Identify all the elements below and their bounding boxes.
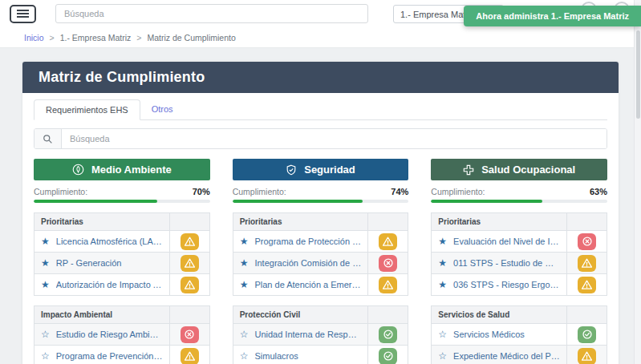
requirement-link[interactable]: Estudio de Riesgo Ambiental [56, 330, 163, 339]
requirement-row: ★RP - Generación [34, 252, 209, 273]
requirement-link[interactable]: Unidad Interna de Respuesta Inmediata [254, 330, 361, 339]
status-cell [367, 346, 408, 364]
requirement-row: ★Autorización de Impacto Ambiental [34, 273, 209, 295]
requirement-link[interactable]: Servicios Médicos [453, 330, 525, 339]
status-ok-icon[interactable] [379, 348, 397, 364]
compliance-value: 70% [193, 187, 210, 196]
compliance-label: Cumplimiento: [233, 187, 286, 196]
status-error-icon[interactable] [578, 233, 596, 250]
requirement-row: ★011 STPS - Estudio de Ruido Laboral [432, 252, 607, 273]
star-outline-icon[interactable]: ☆ [438, 330, 447, 339]
compliance-label: Cumplimiento: [34, 187, 87, 196]
search-icon [34, 129, 62, 148]
category-header: Medio Ambiente [34, 159, 210, 180]
star-filled-icon[interactable]: ★ [240, 237, 249, 246]
requirement-link[interactable]: Programa de Prevención de Accidentes [56, 351, 163, 361]
star-filled-icon[interactable]: ★ [240, 280, 249, 289]
compliance-progress [34, 200, 210, 203]
status-warning-icon[interactable] [181, 348, 199, 364]
status-cell [566, 213, 607, 230]
requirement-link[interactable]: 036 STPS - Riesgo Ergonómico [453, 280, 560, 289]
global-search-input[interactable] [55, 4, 368, 23]
star-outline-icon[interactable]: ☆ [41, 351, 50, 361]
breadcrumb-item[interactable]: Inicio [24, 33, 44, 42]
status-warning-icon[interactable] [379, 233, 397, 250]
category-title: Medio Ambiente [91, 164, 172, 176]
section-header-row: Prioritarias [34, 213, 209, 230]
requirement-link[interactable]: Licencia Atmosférica (LAU-LF) [56, 237, 163, 246]
requirement-main: ★RP - Generación [34, 253, 169, 273]
page-scrollbar[interactable] [634, 0, 641, 364]
star-outline-icon[interactable]: ☆ [240, 330, 249, 339]
matrix-search-input[interactable] [62, 129, 607, 148]
compliance-value: 63% [590, 187, 607, 196]
star-filled-icon[interactable]: ★ [438, 237, 447, 246]
status-warning-icon[interactable] [578, 255, 596, 272]
star-filled-icon[interactable]: ★ [41, 280, 50, 289]
requirement-link[interactable]: RP - Generación [56, 258, 122, 268]
status-warning-icon[interactable] [181, 233, 199, 250]
star-outline-icon[interactable]: ☆ [438, 351, 447, 361]
shield-icon [286, 164, 297, 176]
requirement-link[interactable]: 011 STPS - Estudio de Ruido Laboral [453, 258, 560, 268]
scrollbar-thumb[interactable] [636, 30, 640, 119]
section-header-row: Prioritarias [233, 213, 408, 230]
star-filled-icon[interactable]: ★ [41, 258, 50, 268]
requirement-main: ☆Programa de Prevención de Accidentes [34, 346, 169, 364]
requirement-row: ★Evaluación del Nivel de Iluminación [432, 230, 607, 252]
section-header-label: Prioritarias [34, 213, 169, 230]
requirements-table: Prioritarias★Licencia Atmosférica (LAU-L… [34, 212, 210, 296]
requirement-link[interactable]: Autorización de Impacto Ambiental [56, 280, 163, 289]
category-header: Seguridad [233, 159, 409, 180]
status-ok-icon[interactable] [578, 326, 596, 343]
tabs: Requerimientos EHSOtros [34, 99, 607, 120]
compliance-matrix-card: Matriz de Cumplimiento Requerimientos EH… [22, 62, 619, 364]
page-title: Matriz de Cumplimiento [22, 62, 619, 93]
requirement-link[interactable]: Integración Comisión de Seguridad [254, 258, 361, 268]
status-cell [566, 231, 607, 252]
status-error-icon[interactable] [379, 255, 397, 272]
star-outline-icon[interactable]: ☆ [240, 351, 249, 361]
section-header-row: Servicios de Salud [432, 306, 607, 323]
requirement-main: ☆Expediente Médico del Personal [432, 346, 566, 364]
requirement-row: ★036 STPS - Riesgo Ergonómico [432, 273, 607, 295]
status-warning-icon[interactable] [578, 277, 596, 293]
status-warning-icon[interactable] [578, 348, 596, 364]
tab-otros[interactable]: Otros [140, 99, 185, 119]
star-filled-icon[interactable]: ★ [240, 258, 249, 268]
requirement-main: ☆Servicios Médicos [432, 324, 566, 345]
status-warning-icon[interactable] [181, 277, 199, 293]
status-cell [566, 324, 607, 345]
requirement-link[interactable]: Programa de Protección Civil [254, 237, 361, 246]
status-cell [566, 306, 607, 323]
requirement-row: ☆Estudio de Riesgo Ambiental [34, 323, 209, 345]
status-error-icon[interactable] [181, 326, 199, 343]
star-outline-icon[interactable]: ☆ [41, 330, 50, 339]
status-ok-icon[interactable] [379, 326, 397, 343]
status-cell [169, 346, 209, 364]
star-filled-icon[interactable]: ★ [438, 280, 447, 289]
requirement-row: ☆Servicios Médicos [432, 323, 607, 345]
status-cell [169, 274, 209, 295]
status-warning-icon[interactable] [379, 277, 397, 293]
section-header-label: Prioritarias [233, 213, 368, 230]
star-filled-icon[interactable]: ★ [41, 237, 50, 246]
status-warning-icon[interactable] [181, 255, 199, 272]
menu-button[interactable] [10, 5, 36, 23]
category-header: Salud Ocupacional [431, 159, 607, 180]
section-header-label: Servicios de Salud [432, 306, 566, 323]
status-cell [367, 274, 408, 295]
requirement-link[interactable]: Simulacros [254, 351, 298, 361]
requirement-link[interactable]: Expediente Médico del Personal [453, 351, 560, 361]
progress-fill [34, 200, 157, 203]
status-cell [169, 213, 209, 230]
requirement-link[interactable]: Plan de Atención a Emergencias [254, 280, 361, 289]
category-title: Seguridad [304, 164, 355, 176]
status-cell [566, 253, 607, 273]
compliance-row: Cumplimiento:63% [431, 187, 607, 196]
section-header-row: Impacto Ambiental [34, 306, 209, 323]
tab-requerimientos-ehs[interactable]: Requerimientos EHS [34, 99, 140, 120]
star-filled-icon[interactable]: ★ [438, 258, 447, 268]
requirement-link[interactable]: Evaluación del Nivel de Iluminación [453, 237, 560, 246]
status-cell [169, 253, 209, 273]
